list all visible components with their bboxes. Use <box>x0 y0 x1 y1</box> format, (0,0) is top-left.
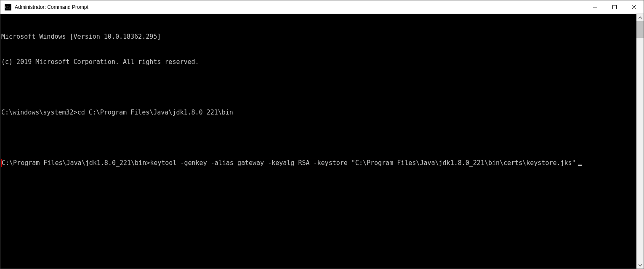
scroll-up-button[interactable] <box>636 14 644 21</box>
maximize-button[interactable] <box>605 0 624 14</box>
terminal-line: C:\windows\system32>cd C:\Program Files\… <box>1 108 636 117</box>
prompt: C:\Program Files\Java\jdk1.8.0_221\bin> <box>2 159 150 167</box>
cmd-icon: C:\ <box>5 4 11 11</box>
scroll-track[interactable] <box>636 21 644 261</box>
scroll-down-button[interactable] <box>636 261 644 269</box>
cursor-icon <box>578 165 582 166</box>
red-highlight-box: C:\Program Files\Java\jdk1.8.0_221\bin>k… <box>1 159 576 167</box>
command-text: cd C:\Program Files\Java\jdk1.8.0_221\bi… <box>77 109 233 116</box>
scroll-thumb[interactable] <box>636 21 644 38</box>
command-text: keytool -genkey -alias gateway -keyalg R… <box>150 159 575 167</box>
prompt: C:\windows\system32> <box>1 109 77 116</box>
terminal-line: (c) 2019 Microsoft Corporation. All righ… <box>1 58 636 66</box>
window-title: Administrator: Command Prompt <box>15 4 88 10</box>
titlebar[interactable]: C:\ Administrator: Command Prompt <box>0 0 644 14</box>
terminal-line: C:\Program Files\Java\jdk1.8.0_221\bin>k… <box>1 159 636 167</box>
window-frame: C:\ Administrator: Command Prompt Micros… <box>0 0 644 269</box>
terminal-line <box>1 83 636 91</box>
minimize-button[interactable] <box>585 0 605 14</box>
svg-rect-4 <box>613 5 617 9</box>
vertical-scrollbar[interactable] <box>636 14 644 269</box>
copyright-text: (c) 2019 Microsoft Corporation. All righ… <box>1 58 199 66</box>
os-version-text: Microsoft Windows [Version 10.0.18362.29… <box>1 33 161 40</box>
terminal-line <box>1 133 636 142</box>
terminal-line: Microsoft Windows [Version 10.0.18362.29… <box>1 32 636 41</box>
close-button[interactable] <box>624 0 644 14</box>
svg-text:C:\: C:\ <box>5 5 10 9</box>
terminal[interactable]: Microsoft Windows [Version 10.0.18362.29… <box>0 14 636 269</box>
highlighted-command: C:\Program Files\Java\jdk1.8.0_221\bin>k… <box>1 159 582 167</box>
client-area: Microsoft Windows [Version 10.0.18362.29… <box>0 14 644 269</box>
